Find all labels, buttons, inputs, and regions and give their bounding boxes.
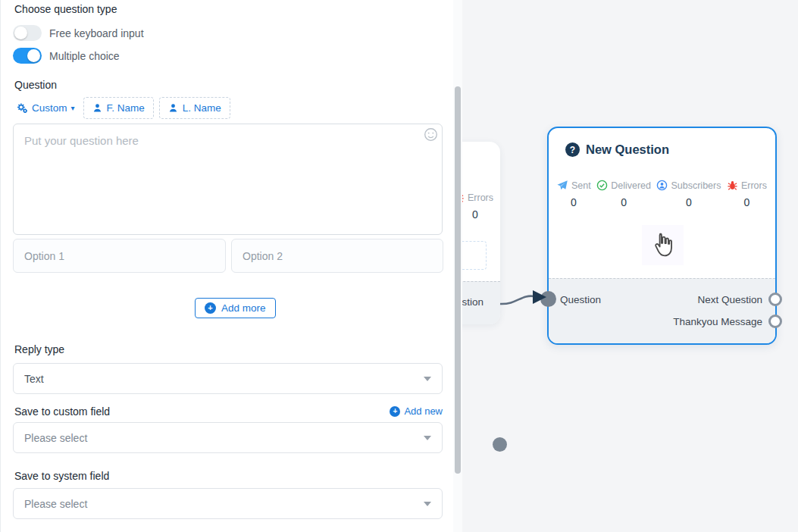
stat-delivered: Delivered 0	[596, 180, 651, 208]
new-question-node[interactable]: ? New Question Sent 0	[547, 127, 777, 345]
last-name-merge-chip[interactable]: L. Name	[159, 97, 230, 119]
errors-stat-label: Errors	[468, 192, 493, 203]
gears-icon	[16, 102, 28, 114]
custom-button-label: Custom	[32, 102, 67, 114]
smiley-icon	[424, 127, 438, 142]
stat-errors-value: 0	[744, 196, 750, 208]
choose-question-type-title: Choose question type	[14, 3, 117, 15]
flow-builder-screen: Errors 0 uestion ? New Question	[0, 0, 798, 532]
node-header: ? New Question	[565, 142, 669, 157]
merge-field-toolbar: Custom ▾ F. Name L. Name	[13, 97, 230, 119]
stat-subscribers: Subscribers 0	[656, 180, 721, 208]
save-to-custom-field-label: Save to custom field	[14, 405, 110, 418]
output-port-connected[interactable]	[493, 437, 507, 452]
bug-icon	[727, 180, 738, 191]
toggle-off-label: Free keyboard input	[49, 27, 144, 39]
save-to-system-field-label: Save to system field	[14, 470, 109, 482]
person-icon	[92, 103, 102, 113]
add-new-custom-field-link[interactable]: + Add new	[390, 405, 443, 417]
node-stats-row: Sent 0 Delivered 0	[556, 180, 767, 208]
reply-type-value: Text	[24, 373, 44, 385]
stat-subscribers-label: Subscribers	[671, 180, 721, 191]
reply-type-select[interactable]: Text	[13, 363, 443, 394]
first-name-chip-label: F. Name	[107, 102, 145, 114]
question-section-title: Question	[14, 79, 57, 91]
output-port-label-next-question: Next Question	[697, 294, 762, 305]
toggle-off-switch[interactable]	[13, 25, 42, 41]
first-name-merge-chip[interactable]: F. Name	[83, 97, 154, 119]
output-port-next-question[interactable]	[768, 293, 782, 306]
paper-plane-icon	[556, 180, 568, 191]
add-more-option-button[interactable]: + Add more	[195, 298, 276, 318]
node-footer: Question Next Question Thankyou Message	[549, 278, 775, 343]
chevron-down-icon: ▾	[71, 104, 75, 112]
toggle-on-switch[interactable]	[13, 48, 42, 64]
stat-subscribers-value: 0	[686, 196, 692, 208]
plus-icon: +	[205, 302, 216, 314]
stat-delivered-value: 0	[621, 196, 627, 208]
chevron-down-icon	[424, 502, 431, 506]
system-field-select[interactable]: Please select	[13, 488, 443, 519]
subscriber-icon	[656, 180, 668, 191]
question-badge-icon: ?	[565, 142, 580, 157]
node-title: New Question	[586, 142, 669, 157]
last-name-chip-label: L. Name	[183, 102, 221, 114]
question-text-input[interactable]	[13, 124, 443, 235]
drawer-scrollbar[interactable]	[453, 0, 462, 532]
stat-errors-label: Errors	[741, 180, 767, 191]
plus-icon: +	[390, 406, 400, 417]
free-keyboard-input-toggle-row[interactable]: Free keyboard input	[13, 25, 144, 41]
custom-fields-dropdown-button[interactable]: Custom ▾	[13, 99, 78, 117]
custom-field-placeholder: Please select	[24, 432, 87, 444]
chevron-down-icon	[424, 377, 431, 381]
question-config-drawer: Choose question type Free keyboard input…	[0, 0, 453, 532]
output-port-thankyou-message[interactable]	[768, 315, 782, 328]
add-new-label: Add new	[404, 405, 443, 417]
add-more-label: Add more	[221, 302, 266, 314]
hand-cursor-icon	[650, 230, 676, 261]
option-1-input[interactable]	[13, 239, 226, 273]
check-circle-icon	[596, 180, 608, 191]
input-port[interactable]	[540, 291, 556, 307]
stat-sent-value: 0	[571, 196, 577, 208]
scrollbar-thumb[interactable]	[455, 86, 461, 474]
chevron-down-icon	[424, 436, 431, 440]
input-port-label: Question	[560, 294, 601, 305]
reply-type-label: Reply type	[14, 343, 64, 355]
emoji-picker-button[interactable]	[424, 127, 438, 145]
option-2-input[interactable]	[231, 239, 443, 273]
multiple-choice-toggle-row[interactable]: Multiple choice	[13, 48, 120, 64]
stat-errors: Errors 0	[727, 180, 767, 208]
stat-sent: Sent 0	[556, 180, 591, 208]
system-field-placeholder: Please select	[24, 498, 87, 510]
cursor-overlay	[642, 225, 684, 265]
custom-field-select[interactable]: Please select	[13, 422, 443, 453]
output-port-label-thankyou-message: Thankyou Message	[673, 316, 762, 327]
stat-sent-label: Sent	[571, 180, 591, 191]
person-icon	[168, 103, 178, 113]
errors-stat-value: 0	[468, 208, 482, 221]
stat-delivered-label: Delivered	[611, 180, 651, 191]
toggle-on-label: Multiple choice	[49, 50, 120, 62]
